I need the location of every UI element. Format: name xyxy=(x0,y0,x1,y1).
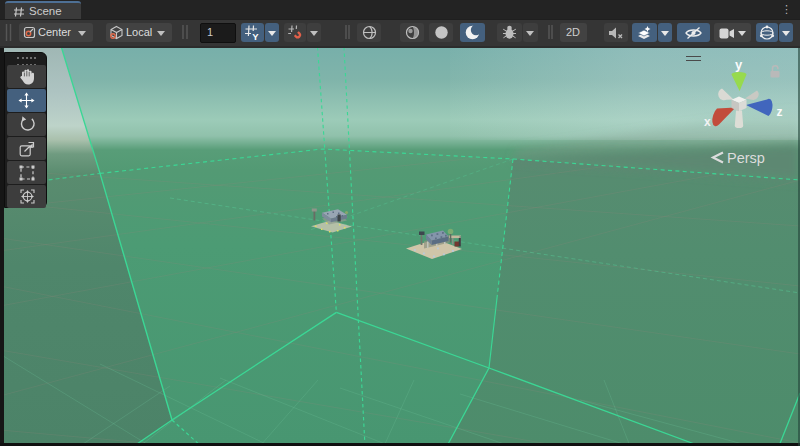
svg-text:Y: Y xyxy=(252,31,259,42)
svg-text:z: z xyxy=(777,105,783,119)
svg-text:Persp: Persp xyxy=(727,150,765,166)
svg-text:x: x xyxy=(704,115,711,129)
svg-text:y: y xyxy=(735,57,743,72)
